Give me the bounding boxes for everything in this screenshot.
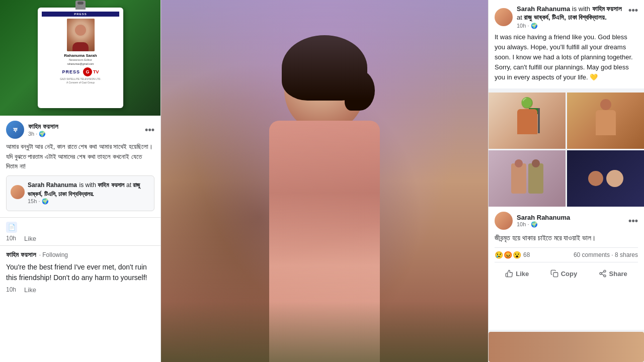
press-card-logos: PRESS G TV xyxy=(62,67,99,76)
right-column: Sarah Rahanuma is with ফাহিম ফয়সাল at র… xyxy=(488,0,644,362)
right-bottom-user-details: Sarah Rahanuma 10h · 🌍 xyxy=(517,214,570,228)
press-text: PRESS xyxy=(62,69,80,74)
copy-icon xyxy=(550,269,558,278)
shared-is-with: is with xyxy=(79,182,98,189)
press-card: PRESS Rahanuma Sarah Newsroom Editor rah… xyxy=(38,8,123,108)
right-post-header: Sarah Rahanuma is with ফাহিম ফয়সাল at র… xyxy=(495,5,638,29)
fp3-b xyxy=(528,163,543,194)
shared-post-meta: 15h · 🌍 xyxy=(28,198,150,205)
grid-photo-2-content xyxy=(567,93,644,149)
share-label: Share xyxy=(609,270,627,278)
fp4-b xyxy=(606,170,623,187)
right-bottom-time: 10h xyxy=(517,221,526,227)
copy-label: Copy xyxy=(561,270,578,278)
post-username[interactable]: ফাহিম ফয়সাল xyxy=(28,123,58,131)
right-location: রাজু ভাষ্কর্য, টিএসি, ঢাকা বিশ্ববিদ্যালয… xyxy=(524,14,606,21)
right-bottom-dots[interactable]: ••• xyxy=(628,216,638,226)
press-card-photo xyxy=(67,19,95,51)
grid-photo-3[interactable] xyxy=(489,150,566,207)
icon-post-time: 10h xyxy=(6,235,16,242)
fp2-head xyxy=(600,99,611,110)
share-icon xyxy=(599,269,607,278)
shared-post-header: Sarah Rahanuma is with ফাহিম ফয়সাল at র… xyxy=(11,180,150,205)
right-bottom-avatar xyxy=(495,212,513,230)
shared-username[interactable]: Sarah Rahanuma xyxy=(28,182,77,189)
right-tagged-user[interactable]: ফাহিম ফয়সাল xyxy=(592,5,622,13)
reactions-separator: · xyxy=(611,251,615,258)
grid-photo-4[interactable] xyxy=(567,150,644,207)
press-card-company: GAZI SATELLITE TELEVISION LTD. xyxy=(60,77,101,81)
fp-head xyxy=(522,98,533,109)
icon-like-btn[interactable]: Like xyxy=(24,235,36,242)
flag-pole xyxy=(538,108,540,133)
right-bottom-privacy: · 🌍 xyxy=(527,221,537,227)
main-post: ফ ফাহিম ফয়সাল 3h · 🌍 ••• আমার বন্ধুটা আ… xyxy=(0,116,160,218)
right-top-avatar xyxy=(495,8,513,26)
share-button[interactable]: Share xyxy=(593,266,633,281)
gtv-logo: G TV xyxy=(83,67,99,76)
shared-post-text: Sarah Rahanuma is with ফাহিম ফয়সাল at র… xyxy=(28,180,150,205)
copy-button[interactable]: Copy xyxy=(544,266,584,281)
following-badge: · Following xyxy=(39,251,68,258)
grid-photo-4-content xyxy=(567,150,644,207)
third-like-btn[interactable]: Like xyxy=(24,286,36,294)
shared-at: at xyxy=(126,182,133,189)
press-card-id: rahanumas@gmail.com xyxy=(67,62,94,65)
grid-photo-1[interactable] xyxy=(489,93,566,149)
post-user-info: ফ ফাহিম ফয়সাল 3h · 🌍 xyxy=(6,121,58,139)
right-post-privacy: · 🌍 xyxy=(527,23,537,29)
press-card-header-text: PRESS xyxy=(74,13,87,16)
post-body: আমার বন্ধুটা আর নেই, কাল রাতে শেষ কথা আম… xyxy=(6,142,154,171)
fp4-a-head xyxy=(588,171,603,186)
press-card-bottom: GAZI SATELLITE TELEVISION LTD. A Concern… xyxy=(60,77,101,84)
third-post-time: 10h xyxy=(6,286,16,293)
right-top-username[interactable]: Sarah Rahanuma xyxy=(517,5,570,13)
right-post-name-line: Sarah Rahanuma is with ফাহিম ফয়সাল at র… xyxy=(517,5,628,22)
right-bottom-body: জীবন্মৃত হয়ে থাকার চাইতে মরে যাওয়াই ভা… xyxy=(495,233,638,243)
fp4-b-head xyxy=(606,170,623,187)
third-post-username[interactable]: ফাহিম ফয়সাল xyxy=(6,251,36,259)
press-card-concern: A Concern of Gazi Group xyxy=(60,81,101,84)
press-card-header: PRESS xyxy=(42,12,119,17)
right-is-with: is with xyxy=(572,5,592,13)
icon-post-actions: 10h Like xyxy=(6,235,154,242)
left-column: PRESS Rahanuma Sarah Newsroom Editor rah… xyxy=(0,0,161,362)
shared-tagged[interactable]: ফাহিম ফয়সাল xyxy=(98,182,124,189)
middle-column xyxy=(161,0,488,362)
emoji-angry: 😡 xyxy=(504,251,512,259)
fp2 xyxy=(591,98,621,143)
flag-person xyxy=(512,98,542,143)
right-bottom-username[interactable]: Sarah Rahanuma xyxy=(517,214,570,221)
fp3-b-head xyxy=(532,159,540,167)
icon-row: 📄 xyxy=(6,222,154,233)
right-bottom-post: Sarah Rahanuma 10h · 🌍 ••• জীবন্মৃত হয়ে… xyxy=(489,207,644,330)
third-post-body: You're the best friend I've ever met, do… xyxy=(6,262,154,283)
share-count: 8 shares xyxy=(615,251,638,258)
reactions-right: 60 comments · 8 shares xyxy=(574,251,638,258)
grid-photo-2[interactable] xyxy=(567,93,644,149)
svg-point-2 xyxy=(600,273,602,275)
press-card-clip xyxy=(75,1,86,10)
right-post-user: Sarah Rahanuma is with ফাহিম ফয়সাল at র… xyxy=(495,5,628,29)
shared-avatar xyxy=(11,185,25,199)
like-button[interactable]: Like xyxy=(499,266,535,281)
right-bottom-header: Sarah Rahanuma 10h · 🌍 ••• xyxy=(495,212,638,230)
shared-time: 15h xyxy=(28,198,37,204)
doc-icon: 📄 xyxy=(6,222,17,233)
fp4-group xyxy=(588,170,623,187)
post-dots-menu[interactable]: ••• xyxy=(145,125,154,135)
fahim-avatar[interactable]: ফ xyxy=(6,121,24,139)
press-card-photo-inner xyxy=(67,19,95,51)
post-meta: 3h · 🌍 xyxy=(28,131,58,137)
right-bottom-user: Sarah Rahanuma 10h · 🌍 xyxy=(495,212,570,230)
emoji-wow: 😮 xyxy=(513,251,521,259)
press-card-title: Newsroom Editor xyxy=(69,58,92,61)
press-card-section: PRESS Rahanuma Sarah Newsroom Editor rah… xyxy=(0,0,161,116)
fp3-a-head xyxy=(515,159,523,167)
svg-point-1 xyxy=(604,270,606,273)
sky-overlay xyxy=(161,0,488,101)
shared-privacy: · 🌍 xyxy=(38,198,48,204)
svg-line-4 xyxy=(601,274,604,276)
post-time: 3h xyxy=(28,131,34,137)
right-post-dots[interactable]: ••• xyxy=(628,5,638,16)
